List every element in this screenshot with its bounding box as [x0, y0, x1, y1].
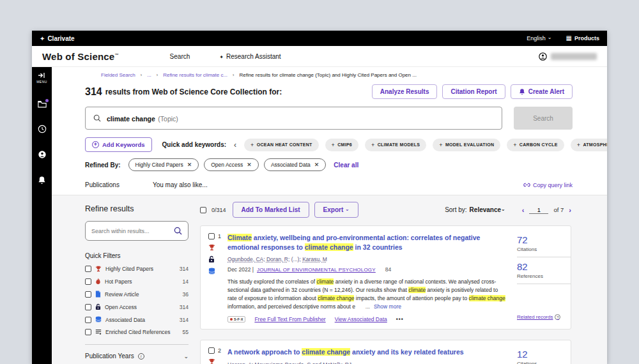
journal-link[interactable]: JOURNAL OF ENVIRONMENTAL PSYCHOLOGY [257, 267, 376, 273]
rail-marked-list[interactable] [38, 100, 47, 108]
chevron-down-icon[interactable]: ⌄ [183, 353, 189, 360]
search-button[interactable]: Search [514, 107, 573, 130]
quick-add-label: Quick add keywords: [162, 141, 227, 148]
filter-review-article[interactable]: Review Article 36 [85, 291, 189, 298]
result-number: 1 [218, 233, 221, 239]
quick-filters-heading: Quick Filters [85, 252, 189, 259]
select-all-checkbox[interactable] [200, 207, 206, 213]
keywords-scroll-left[interactable]: ‹ [233, 140, 238, 149]
sort-by-dropdown[interactable]: Sort by: Relevance [445, 206, 505, 213]
refine-pill[interactable]: Associated Data✕ [264, 158, 326, 171]
refine-pill[interactable]: Open Access✕ [204, 158, 259, 171]
view-associated-data-link[interactable]: View Associated Data [335, 316, 387, 322]
citations-count[interactable]: 12 [517, 349, 571, 360]
checkbox[interactable] [85, 304, 91, 310]
publication-years-section[interactable]: Publication Years i ⌄ [85, 353, 189, 360]
show-more-link[interactable]: Show more [374, 303, 401, 310]
nav-search[interactable]: Search [170, 53, 190, 60]
export-button[interactable]: Export [314, 202, 358, 218]
filter-enriched-cited-refs[interactable]: Enriched Cited References 55 [85, 329, 189, 335]
citations-label: Citations [517, 246, 571, 257]
wos-logo[interactable]: Web of Science™ [42, 51, 119, 62]
author-link[interactable]: Mouguiama-Daouda, C [255, 361, 311, 364]
author-link[interactable]: Heeren, A [227, 361, 252, 364]
language-selector[interactable]: English [527, 35, 551, 42]
filter-hot-papers[interactable]: Hot Papers 14 [85, 278, 189, 285]
rail-expand-menu[interactable]: MENU [36, 72, 47, 84]
result-abstract: This study explored the correlates of cl… [227, 278, 508, 310]
clear-all-link[interactable]: Clear all [334, 162, 358, 169]
author-link[interactable]: Ogunbode, CA [227, 256, 263, 262]
page-total: of 7 [553, 206, 564, 213]
checkbox[interactable] [85, 291, 91, 298]
citations-count[interactable]: 72 [517, 234, 571, 245]
person-icon [38, 150, 47, 159]
keyword-pill[interactable]: +ATMOSPHERE [571, 139, 607, 151]
search-query-box[interactable]: climate change (Topic) [85, 107, 502, 130]
analyze-results-button[interactable]: Analyze Results [372, 84, 438, 99]
free-full-text-link[interactable]: Free Full Text From Publisher [254, 316, 325, 322]
info-icon[interactable]: i [138, 353, 144, 360]
next-page-button[interactable]: › [569, 206, 571, 214]
result-title[interactable]: A network approach to climate change anx… [227, 347, 508, 357]
filter-associated-data[interactable]: Associated Data 314 [85, 316, 189, 323]
top-bar: ✦ Clarivate English ▦ Products [32, 31, 607, 46]
checkbox[interactable] [85, 266, 91, 272]
keyword-pill[interactable]: +CARBON CYCLE [507, 139, 564, 151]
keyword-pill[interactable]: +CMIP6 [325, 139, 358, 151]
left-rail: MENU [32, 67, 52, 364]
keyword-pill[interactable]: +OCEAN HEAT CONTENT [244, 139, 319, 151]
result-checkbox[interactable] [208, 233, 215, 239]
prev-page-button[interactable]: ‹ [522, 206, 525, 214]
user-name-redacted[interactable] [551, 53, 597, 60]
breadcrumb-item[interactable]: ... [147, 72, 151, 78]
search-within-input[interactable] [91, 228, 174, 234]
result-title[interactable]: Climate anxiety, wellbeing and pro-envir… [227, 233, 508, 252]
create-alert-button[interactable]: Create Alert [511, 84, 573, 99]
rail-account[interactable] [38, 150, 47, 159]
remove-filter-icon[interactable]: ✕ [247, 162, 252, 168]
filter-open-access[interactable]: Open Access 314 [85, 303, 189, 310]
tab-publications[interactable]: Publications [85, 181, 119, 188]
author-link[interactable]: Doran, R [266, 256, 288, 262]
related-records-link[interactable]: Related records? [517, 314, 571, 322]
breadcrumb-item[interactable]: Refine results for climate c... [163, 72, 227, 78]
tab-you-may-also-like[interactable]: You may also like... [153, 181, 208, 188]
open-lock-icon [95, 303, 101, 310]
products-menu[interactable]: ▦ Products [566, 35, 599, 42]
account-icon[interactable] [539, 52, 547, 61]
result-item: 2 A network approach to climate change a… [200, 340, 571, 364]
add-to-marked-list-button[interactable]: Add To Marked List [233, 202, 309, 218]
search-within-results[interactable] [85, 221, 189, 241]
refine-results-title: Refine results [85, 204, 189, 213]
citation-report-button[interactable]: Citation Report [442, 84, 505, 99]
result-checkbox[interactable] [208, 347, 215, 354]
rail-history[interactable] [38, 125, 47, 133]
references-label: References [517, 273, 571, 284]
checkbox[interactable] [85, 278, 91, 285]
more-options-button[interactable]: ••• [396, 316, 404, 322]
journal-ref-count: 84 [385, 266, 391, 273]
filter-highly-cited[interactable]: Highly Cited Papers 314 [85, 266, 189, 272]
author-link[interactable]: Karasu, M [302, 256, 327, 262]
add-keywords-button[interactable]: + Add Keywords [85, 137, 152, 152]
rail-alerts[interactable] [38, 176, 46, 185]
keyword-pill[interactable]: +MODEL EVALUATION [433, 139, 500, 151]
checkbox[interactable] [85, 329, 91, 335]
references-count[interactable]: 82 [517, 261, 571, 272]
refine-pill[interactable]: Highly Cited Papers✕ [128, 158, 199, 171]
page-number-input[interactable] [529, 206, 548, 214]
keyword-pill[interactable]: +CLIMATE MODELS [365, 139, 426, 151]
breadcrumb-item[interactable]: Fielded Search [101, 72, 135, 78]
nav-research-assistant[interactable]: Research Assistant [219, 53, 281, 60]
author-link[interactable]: McNally, RJ [323, 361, 351, 364]
sfx-badge[interactable]: S·F·X [227, 316, 245, 322]
clarivate-logo[interactable]: ✦ Clarivate [40, 35, 75, 42]
checkbox[interactable] [85, 317, 91, 323]
search-query-text: climate change [107, 115, 155, 123]
search-icon[interactable] [174, 227, 182, 235]
copy-query-link[interactable]: Copy query link [523, 182, 573, 188]
list-star-icon [95, 329, 102, 335]
remove-filter-icon[interactable]: ✕ [187, 162, 192, 168]
remove-filter-icon[interactable]: ✕ [314, 162, 320, 168]
